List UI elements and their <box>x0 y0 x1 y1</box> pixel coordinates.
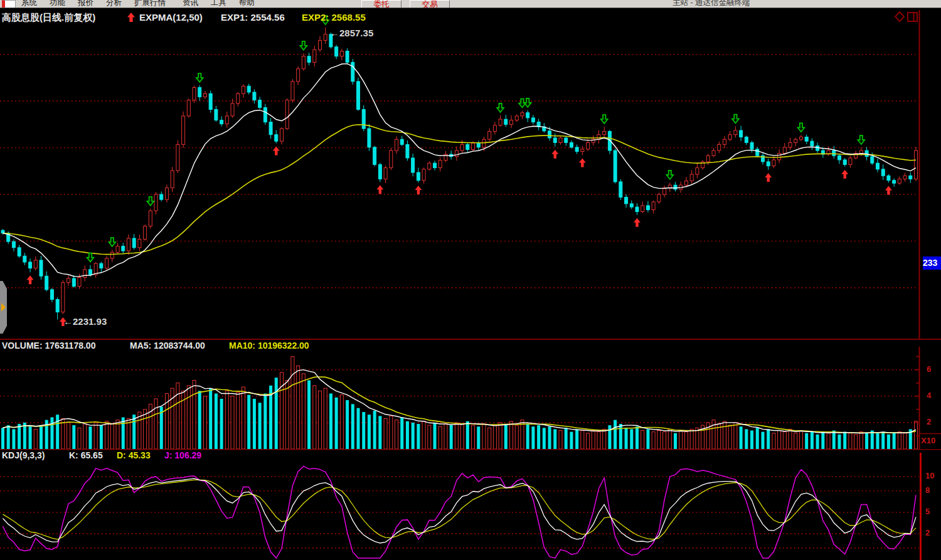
buy-arrow-icon <box>579 158 586 167</box>
kdj-d-value: D: 45.33 <box>117 450 151 460</box>
menu-item-7[interactable]: 工具 <box>211 0 226 8</box>
volume-axis-unit: X10 <box>921 436 935 445</box>
signal-arrows[interactable] <box>27 16 892 326</box>
sell-arrow-icon <box>497 103 504 112</box>
sidebar-expand-tab[interactable] <box>0 281 7 334</box>
menu-item-4[interactable]: 分析 <box>106 0 122 8</box>
sell-arrow-icon <box>524 98 531 107</box>
diamond-icon <box>895 12 904 21</box>
menu-item-6[interactable]: 资讯 <box>183 0 198 8</box>
exp2-value: EXP2: 2568.55 <box>302 12 366 23</box>
sell-arrow-icon <box>147 197 154 206</box>
up-arrow-icon <box>127 12 136 25</box>
chart-canvas[interactable] <box>0 0 941 560</box>
menu-bar: 系统功能报价分析扩展行情资讯工具帮助委托交易 主站 - 通达信金融终端 <box>0 0 941 8</box>
buy-arrow-icon <box>376 185 383 194</box>
sell-arrow-icon <box>797 123 804 132</box>
sell-arrow-icon <box>300 41 307 50</box>
kdj-axis-tick: 10 <box>925 471 934 480</box>
axes <box>0 10 941 560</box>
app-window: 系统功能报价分析扩展行情资讯工具帮助委托交易 主站 - 通达信金融终端 高股息股… <box>0 0 941 560</box>
sell-arrow-icon <box>858 135 864 144</box>
candlestick-panel[interactable] <box>0 28 918 320</box>
buy-arrow-icon <box>27 275 34 284</box>
buy-arrow-icon <box>634 218 641 227</box>
volume-axis-tick: 6 <box>927 364 931 374</box>
exp1-value: EXP1: 2554.56 <box>221 12 285 23</box>
buy-arrow-icon <box>885 186 892 194</box>
volume-ma5-value: MA5: 12083744.00 <box>130 341 205 351</box>
buy-arrow-icon <box>415 186 422 194</box>
volume-panel[interactable] <box>0 357 918 449</box>
panel-corner-icons[interactable] <box>895 12 917 21</box>
low-annotation: ←2231.93 <box>63 316 107 327</box>
price-badge: 233 <box>923 256 941 270</box>
indicator-label: EXPMA(12,50) <box>139 12 203 23</box>
sell-arrow-icon <box>732 114 739 123</box>
menu-item-8[interactable]: 帮助 <box>239 0 255 8</box>
kdj-title: KDJ(9,3,3) <box>2 450 45 460</box>
kdj-axis-tick: 8 <box>925 485 930 495</box>
kdj-axis-tick: 2 <box>925 528 930 537</box>
menu-red-button-1[interactable]: 委托 <box>361 0 401 8</box>
kdj-k-value: K: 65.65 <box>69 450 103 460</box>
volume-ma10-value: MA10: 10196322.00 <box>229 341 309 351</box>
window-title: 主站 - 通达信金融终端 <box>673 0 750 8</box>
expand-triangle-icon <box>1 303 6 312</box>
menu-red-button-2[interactable]: 交易 <box>410 0 450 8</box>
app-icon[interactable] <box>2 0 16 8</box>
menu-item-5[interactable]: 扩展行情 <box>134 0 166 8</box>
sell-arrow-icon <box>109 238 115 246</box>
sell-arrow-icon <box>87 253 93 262</box>
volume-axis-tick: 2 <box>927 417 931 426</box>
kdj-j-value: J: 106.29 <box>164 450 201 460</box>
volume-axis-tick: 4 <box>927 391 931 400</box>
sell-arrow-icon <box>601 115 608 124</box>
symbol-title: 高股息股(日线.前复权) <box>2 12 95 24</box>
volume-value: VOLUME: 17631178.00 <box>2 341 95 351</box>
buy-arrow-icon <box>551 150 558 159</box>
menu-item-3[interactable]: 报价 <box>78 0 93 8</box>
buy-arrow-icon <box>841 170 848 179</box>
kdj-axis-tick: 5 <box>925 507 930 516</box>
high-annotation: ←2857.35 <box>330 28 373 38</box>
window-icon <box>908 13 917 21</box>
kdj-panel[interactable] <box>0 466 919 558</box>
sell-arrow-icon <box>666 171 673 179</box>
sell-arrow-icon <box>196 73 203 82</box>
menu-item-2[interactable]: 功能 <box>50 0 65 8</box>
menu-item-1[interactable]: 系统 <box>21 0 37 8</box>
buy-arrow-icon <box>765 173 772 182</box>
